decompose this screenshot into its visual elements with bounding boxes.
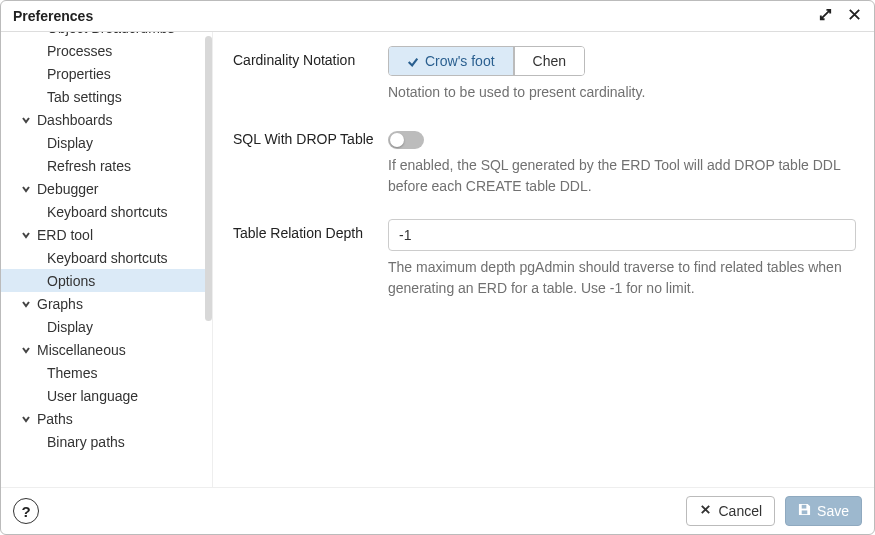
tree-item-label: Keyboard shortcuts — [47, 204, 168, 220]
tree-item[interactable]: Processes — [1, 39, 212, 62]
depth-input[interactable] — [388, 219, 856, 251]
tree-item[interactable]: Display — [1, 131, 212, 154]
chevron-down-icon — [21, 115, 31, 125]
cardinality-label: Cardinality Notation — [233, 46, 388, 68]
depth-help: The maximum depth pgAdmin should travers… — [388, 257, 856, 299]
drop-toggle[interactable] — [388, 131, 424, 149]
close-icon — [699, 503, 712, 519]
footer: ? Cancel Save — [1, 487, 874, 534]
tree-group[interactable]: ERD tool — [1, 223, 212, 246]
cardinality-option-crows-foot[interactable]: Crow's foot — [389, 47, 514, 75]
tree-item[interactable]: Binary paths — [1, 430, 212, 453]
tree-group[interactable]: Debugger — [1, 177, 212, 200]
tree-item-label: Display — [47, 135, 93, 151]
preferences-dialog: Preferences Object BreadcrumbsProcessesP… — [0, 0, 875, 535]
tree-item-label: Themes — [47, 365, 98, 381]
tree-item[interactable]: Keyboard shortcuts — [1, 246, 212, 269]
expand-icon[interactable] — [818, 7, 833, 25]
tree-group-label: Paths — [37, 411, 73, 427]
chevron-down-icon — [21, 345, 31, 355]
tree-group-label: Miscellaneous — [37, 342, 126, 358]
tree-item-label: Tab settings — [47, 89, 122, 105]
cancel-button[interactable]: Cancel — [686, 496, 775, 526]
tree-item[interactable]: Properties — [1, 62, 212, 85]
chevron-down-icon — [21, 414, 31, 424]
tree-item-label: Processes — [47, 43, 112, 59]
tree-item-label: Binary paths — [47, 434, 125, 450]
tree-group-label: Graphs — [37, 296, 83, 312]
drop-label: SQL With DROP Table — [233, 125, 388, 147]
tree-group[interactable]: Dashboards — [1, 108, 212, 131]
tree-item[interactable]: Tab settings — [1, 85, 212, 108]
tree-item[interactable]: Display — [1, 315, 212, 338]
tree-group-label: Dashboards — [37, 112, 113, 128]
titlebar: Preferences — [1, 1, 874, 32]
save-button[interactable]: Save — [785, 496, 862, 526]
scrollbar[interactable] — [205, 36, 212, 321]
tree-group[interactable]: Graphs — [1, 292, 212, 315]
tree-group-label: ERD tool — [37, 227, 93, 243]
tree-item[interactable]: User language — [1, 384, 212, 407]
close-icon[interactable] — [847, 7, 862, 25]
tree-item[interactable]: Themes — [1, 361, 212, 384]
save-icon — [798, 503, 811, 519]
tree-item-label: Refresh rates — [47, 158, 131, 174]
sidebar: Object BreadcrumbsProcessesPropertiesTab… — [1, 32, 213, 487]
drop-help: If enabled, the SQL generated by the ERD… — [388, 155, 856, 197]
tree-item-label: Object Breadcrumbs — [47, 32, 175, 36]
cardinality-option-chen[interactable]: Chen — [514, 47, 584, 75]
svg-rect-0 — [802, 505, 807, 509]
tree-item[interactable]: Refresh rates — [1, 154, 212, 177]
cardinality-segmented: Crow's foot Chen — [388, 46, 585, 76]
tree-item-label: Properties — [47, 66, 111, 82]
tree-group-label: Debugger — [37, 181, 99, 197]
tree-item-label: User language — [47, 388, 138, 404]
chevron-down-icon — [21, 230, 31, 240]
dialog-title: Preferences — [13, 8, 93, 24]
tree-item-label: Keyboard shortcuts — [47, 250, 168, 266]
help-button[interactable]: ? — [13, 498, 39, 524]
chevron-down-icon — [21, 184, 31, 194]
chevron-down-icon — [21, 299, 31, 309]
tree-group[interactable]: Miscellaneous — [1, 338, 212, 361]
tree-item[interactable]: Options — [1, 269, 212, 292]
tree-item-label: Display — [47, 319, 93, 335]
depth-label: Table Relation Depth — [233, 219, 388, 241]
check-icon — [407, 55, 419, 67]
cardinality-help: Notation to be used to present cardinali… — [388, 82, 856, 103]
svg-rect-1 — [802, 510, 808, 514]
tree-item-label: Options — [47, 273, 95, 289]
tree-item[interactable]: Object Breadcrumbs — [1, 32, 212, 39]
main-panel: Cardinality Notation Crow's foot Chen — [213, 32, 874, 487]
tree-item[interactable]: Keyboard shortcuts — [1, 200, 212, 223]
tree-group[interactable]: Paths — [1, 407, 212, 430]
